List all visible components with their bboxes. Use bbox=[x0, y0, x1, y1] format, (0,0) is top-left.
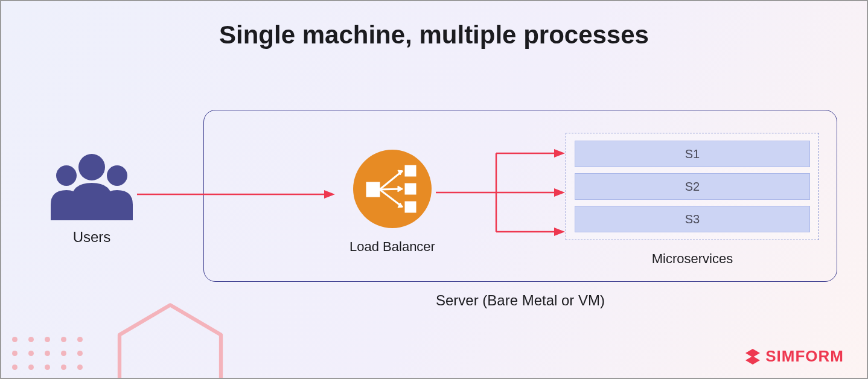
svg-rect-4 bbox=[405, 165, 416, 176]
microservices-container: S1 S2 S3 bbox=[566, 133, 819, 240]
brand-logo: SIMFORM bbox=[744, 347, 844, 366]
decorative-hexagon bbox=[107, 300, 234, 379]
service-item: S1 bbox=[575, 141, 810, 167]
microservices-node: S1 S2 S3 Microservices bbox=[566, 133, 819, 267]
svg-marker-24 bbox=[745, 349, 760, 357]
load-balancer-icon bbox=[353, 150, 432, 228]
svg-marker-23 bbox=[120, 305, 221, 379]
load-balancer-label: Load Balancer bbox=[344, 239, 441, 255]
service-item: S2 bbox=[575, 173, 810, 200]
service-item: S3 bbox=[575, 206, 810, 232]
svg-rect-3 bbox=[366, 182, 380, 197]
svg-point-0 bbox=[78, 154, 105, 180]
users-node: Users bbox=[43, 149, 140, 246]
svg-rect-6 bbox=[405, 202, 416, 212]
svg-marker-25 bbox=[745, 356, 760, 365]
users-label: Users bbox=[43, 229, 140, 246]
brand-logo-text: SIMFORM bbox=[765, 347, 844, 366]
users-icon bbox=[43, 149, 140, 221]
svg-point-1 bbox=[56, 165, 77, 186]
decorative-dots bbox=[12, 337, 83, 378]
load-balancer-node: Load Balancer bbox=[344, 150, 441, 255]
brand-logo-icon bbox=[744, 348, 762, 366]
microservices-label: Microservices bbox=[566, 251, 819, 267]
svg-point-2 bbox=[107, 165, 127, 186]
diagram-title: Single machine, multiple processes bbox=[1, 21, 867, 49]
svg-rect-5 bbox=[405, 183, 416, 194]
server-label: Server (Bare Metal or VM) bbox=[203, 292, 837, 309]
svg-marker-10 bbox=[398, 186, 403, 192]
